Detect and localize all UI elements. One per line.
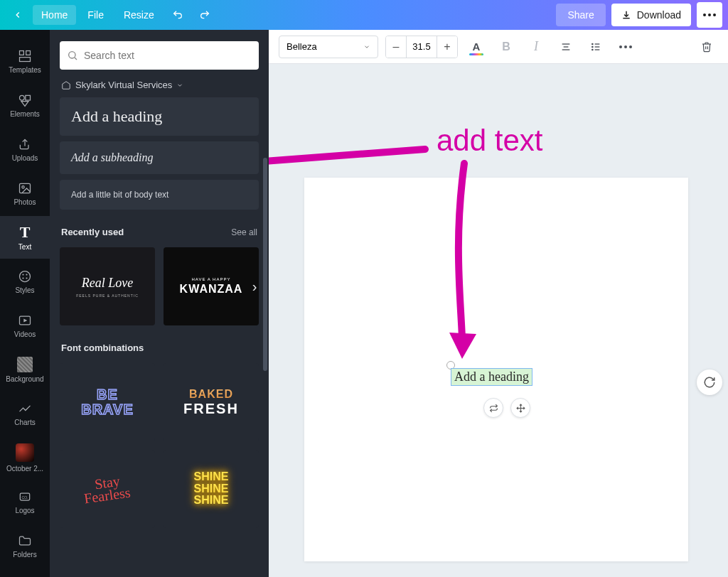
resize-menu[interactable]: Resize [115, 5, 163, 25]
ellipsis-icon [703, 14, 716, 16]
back-icon[interactable] [6, 3, 30, 27]
svg-point-14 [26, 274, 27, 275]
add-subheading-card[interactable]: Add a subheading [60, 141, 259, 174]
delete-button[interactable] [695, 36, 718, 58]
nav-elements[interactable]: Elements [0, 84, 50, 126]
text-template-shine[interactable]: SHINE SHINE SHINE [164, 450, 259, 528]
move-icon [516, 404, 525, 413]
font-size-value[interactable]: 31.5 [406, 36, 437, 58]
svg-rect-4 [26, 50, 31, 55]
svg-rect-5 [20, 57, 31, 61]
svg-line-22 [75, 58, 77, 60]
add-body-text-card[interactable]: Add a little bit of body text [60, 180, 259, 210]
font-color-button[interactable]: A [465, 36, 488, 58]
recently-used-heading: Recently used [61, 227, 124, 237]
search-input-wrap[interactable] [60, 41, 259, 70]
redo-button[interactable] [193, 3, 217, 27]
more-menu-button[interactable] [697, 2, 722, 28]
alignment-button[interactable] [555, 36, 577, 58]
elements-icon [18, 93, 32, 107]
font-size-increase[interactable]: + [437, 36, 457, 58]
sync-icon [703, 376, 716, 389]
nav-background[interactable]: Background [0, 348, 50, 391]
svg-rect-7 [26, 95, 31, 100]
nav-label: Uploads [12, 154, 38, 162]
text-template-baked-fresh[interactable]: BAKED FRESH [164, 363, 259, 441]
list-icon [590, 41, 601, 53]
svg-point-16 [26, 277, 27, 279]
add-heading-card[interactable]: Add a heading [60, 97, 259, 136]
nav-charts[interactable]: Charts [0, 392, 50, 435]
search-icon [67, 50, 78, 61]
nav-uploads[interactable]: Uploads [0, 128, 50, 171]
chevron-down-icon [176, 82, 183, 89]
list-button[interactable] [584, 36, 607, 58]
nav-label: Templates [9, 66, 41, 74]
font-combinations-heading: Font combinations [61, 343, 144, 353]
brandkit-icon [61, 80, 71, 90]
duplicate-button[interactable] [483, 398, 503, 418]
folders-icon [18, 534, 32, 548]
svg-point-21 [69, 52, 75, 58]
text-template-kwanzaa[interactable]: HAVE A HAPPY KWANZAA [164, 247, 259, 325]
nav-text[interactable]: T Text [0, 216, 50, 259]
svg-point-34 [629, 45, 632, 48]
search-input[interactable] [84, 50, 252, 61]
home-button[interactable]: Home [33, 5, 76, 25]
text-template-be-brave[interactable]: BE BRAVE [60, 363, 155, 441]
see-all-link[interactable]: See all [231, 227, 257, 237]
charts-icon [18, 401, 32, 416]
logos-icon: CO. [18, 490, 32, 504]
nav-folders[interactable]: Folders [0, 524, 50, 567]
videos-icon [18, 313, 32, 328]
font-family-select[interactable]: Belleza [279, 36, 378, 58]
svg-point-1 [708, 14, 711, 16]
thumb-text: FEELS PURE & AUTHENTIC [76, 293, 139, 298]
undo-button[interactable] [166, 3, 190, 27]
move-button[interactable] [510, 398, 530, 418]
svg-point-26 [592, 43, 593, 44]
canvas-text-element[interactable]: Add a heading [451, 368, 532, 386]
bold-button[interactable]: B [495, 36, 518, 58]
svg-rect-10 [20, 183, 31, 193]
nav-label: Videos [14, 330, 36, 338]
thumb-text: Fearless [83, 486, 131, 505]
svg-point-12 [20, 271, 31, 281]
thumb-text: BRAVE [81, 402, 134, 417]
text-toolbar: Belleza – 31.5 + A B I [269, 30, 728, 64]
more-text-options[interactable] [614, 36, 637, 58]
svg-rect-3 [20, 50, 24, 55]
photos-icon [18, 181, 32, 195]
nav-label: Logos [15, 507, 34, 514]
annotation-label: add text [437, 124, 542, 158]
carousel-next-button[interactable]: › [246, 278, 263, 295]
italic-button[interactable]: I [525, 36, 547, 58]
nav-videos[interactable]: Videos [0, 304, 50, 347]
nav-label: Styles [15, 286, 34, 294]
side-nav: Templates Elements Uploads Photos T Text… [0, 30, 50, 577]
text-template-real-love[interactable]: Real Love FEELS PURE & AUTHENTIC [60, 247, 155, 325]
font-size-stepper: – 31.5 + [385, 36, 458, 58]
svg-point-2 [713, 14, 716, 16]
nav-templates[interactable]: Templates [0, 40, 50, 82]
nav-logos[interactable]: CO. Logos [0, 480, 50, 523]
nav-recent-design[interactable]: October 2... [0, 436, 50, 479]
nav-styles[interactable]: Styles [0, 260, 50, 303]
chevron-down-icon [363, 43, 370, 50]
download-button[interactable]: Download [611, 4, 691, 26]
nav-label: October 2... [6, 465, 43, 473]
share-button[interactable]: Share [556, 4, 605, 26]
svg-point-6 [20, 95, 25, 100]
svg-point-30 [592, 49, 593, 50]
nav-label: Elements [10, 110, 40, 118]
font-name: Belleza [287, 41, 317, 52]
nav-photos[interactable]: Photos [0, 172, 50, 215]
brandkit-dropdown[interactable]: Skylark Virtual Services [50, 77, 269, 97]
nav-label: Folders [13, 551, 36, 559]
font-size-decrease[interactable]: – [386, 36, 406, 58]
file-menu[interactable]: File [79, 5, 112, 25]
text-template-stay-fearless[interactable]: Stay Fearless [60, 450, 155, 528]
nav-label: Photos [14, 198, 36, 206]
sync-button[interactable] [697, 370, 722, 395]
design-canvas[interactable]: Add a heading [304, 178, 688, 561]
